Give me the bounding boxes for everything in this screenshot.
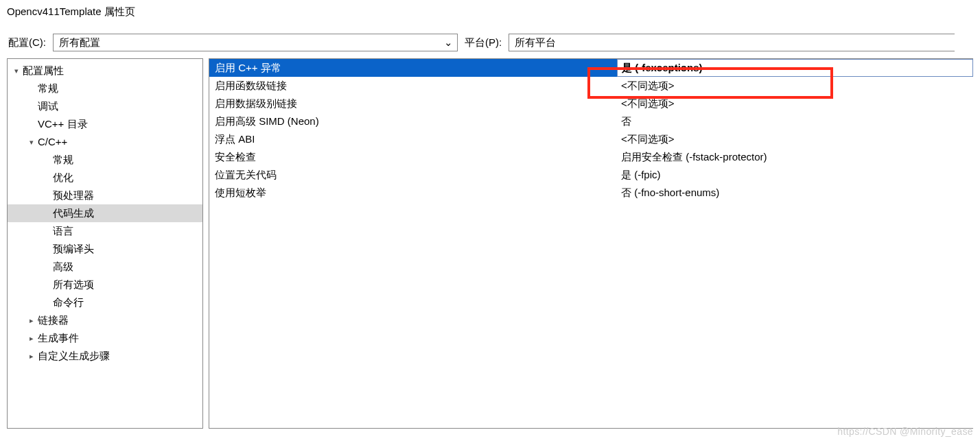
property-name: 启用数据级别链接 <box>209 95 617 112</box>
property-name: 启用高级 SIMD (Neon) <box>209 112 617 130</box>
tree-item-vcdirs[interactable]: ·VC++ 目录 <box>8 115 202 133</box>
tree-item-buildevents[interactable]: ▸生成事件 <box>8 329 202 347</box>
property-row[interactable]: 安全检查启用安全检查 (-fstack-protector) <box>209 148 973 166</box>
property-row[interactable]: 启用函数级链接<不同选项> <box>209 77 973 95</box>
tree-item-ccpp-general[interactable]: ·常规 <box>8 151 202 169</box>
property-row[interactable]: 启用高级 SIMD (Neon)否 <box>209 112 973 130</box>
tree-item-general[interactable]: ·常规 <box>8 80 202 97</box>
triangle-right-icon: ▸ <box>27 311 36 329</box>
tree-item-ccpp-all[interactable]: ·所有选项 <box>8 276 202 294</box>
tree-item-ccpp[interactable]: ▾C/C++ <box>8 133 202 151</box>
config-toolbar: 配置(C): 所有配置 ⌄ 平台(P): 所有平台 <box>0 21 980 58</box>
property-value[interactable]: <不同选项> <box>617 130 973 148</box>
property-value[interactable]: <不同选项> <box>617 95 973 112</box>
tree-item-ccpp-preproc[interactable]: ·预处理器 <box>8 187 202 204</box>
platform-dropdown-value: 所有平台 <box>515 36 556 49</box>
chevron-down-icon: ⌄ <box>444 36 453 49</box>
property-name: 位置无关代码 <box>209 166 617 184</box>
property-value[interactable]: 是 (-fpic) <box>617 166 973 184</box>
watermark-text: https://CSDN @Minority_ease <box>837 426 973 437</box>
config-dropdown-value: 所有配置 <box>59 36 100 49</box>
tree-root-config[interactable]: ▾配置属性 <box>8 62 202 80</box>
property-row[interactable]: 位置无关代码是 (-fpic) <box>209 166 973 184</box>
property-grid: 启用 C++ 异常是 (-fexceptions)启用函数级链接<不同选项>启用… <box>209 58 973 429</box>
config-dropdown[interactable]: 所有配置 ⌄ <box>53 34 458 51</box>
tree-item-ccpp-cmd[interactable]: ·命令行 <box>8 294 202 311</box>
tree-item-ccpp-codegen[interactable]: ·代码生成 <box>8 204 202 222</box>
property-row[interactable]: 使用短枚举否 (-fno-short-enums) <box>209 184 973 202</box>
property-row[interactable]: 启用 C++ 异常是 (-fexceptions) <box>209 59 973 77</box>
triangle-down-icon: ▾ <box>27 133 36 151</box>
platform-dropdown[interactable]: 所有平台 <box>509 34 955 51</box>
tree-item-debug[interactable]: ·调试 <box>8 97 202 115</box>
property-name: 浮点 ABI <box>209 130 617 148</box>
tree-item-ccpp-pch[interactable]: ·预编译头 <box>8 240 202 258</box>
tree-item-ccpp-optimize[interactable]: ·优化 <box>8 169 202 187</box>
property-value[interactable]: 否 (-fno-short-enums) <box>617 184 973 202</box>
property-name: 启用 C++ 异常 <box>209 59 617 77</box>
triangle-right-icon: ▸ <box>27 329 36 347</box>
property-value[interactable]: 否 <box>617 112 973 130</box>
tree-item-ccpp-lang[interactable]: ·语言 <box>8 222 202 240</box>
platform-label: 平台(P): <box>465 36 502 49</box>
property-name: 安全检查 <box>209 148 617 166</box>
tree-item-custombuild[interactable]: ▸自定义生成步骤 <box>8 347 202 365</box>
property-value[interactable]: 启用安全检查 (-fstack-protector) <box>617 148 973 166</box>
window-title: Opencv411Template 属性页 <box>0 0 980 21</box>
property-name: 使用短枚举 <box>209 184 617 202</box>
triangle-down-icon: ▾ <box>12 62 21 80</box>
triangle-right-icon: ▸ <box>27 347 36 365</box>
property-value[interactable]: <不同选项> <box>617 77 973 95</box>
property-value[interactable]: 是 (-fexceptions) <box>617 59 973 77</box>
category-tree: ▾配置属性 ·常规 ·调试 ·VC++ 目录 ▾C/C++ ·常规 ·优化 ·预… <box>7 58 203 429</box>
property-name: 启用函数级链接 <box>209 77 617 95</box>
tree-item-ccpp-adv[interactable]: ·高级 <box>8 258 202 276</box>
tree-item-linker[interactable]: ▸链接器 <box>8 311 202 329</box>
property-row[interactable]: 启用数据级别链接<不同选项> <box>209 95 973 112</box>
config-label: 配置(C): <box>8 36 46 49</box>
property-row[interactable]: 浮点 ABI<不同选项> <box>209 130 973 148</box>
